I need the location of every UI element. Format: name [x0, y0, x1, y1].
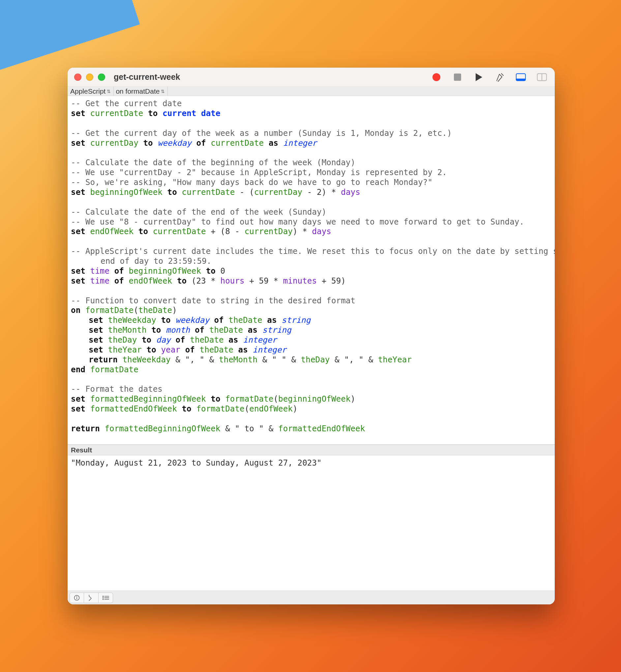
- toolbar: [431, 72, 548, 82]
- dropdown-caret-icon: ⇅: [161, 89, 165, 94]
- dropdown-caret-icon: ⇅: [107, 89, 111, 94]
- svg-point-8: [102, 596, 103, 596]
- result-pane[interactable]: "Monday, August 21, 2023 to Sunday, Augu…: [68, 456, 555, 591]
- svg-marker-0: [475, 73, 482, 81]
- traffic-lights: [74, 74, 105, 81]
- result-header-label: Result: [71, 446, 92, 454]
- handler-label: on formatDate: [116, 87, 160, 95]
- desktop-bg-stripe: [0, 0, 140, 77]
- svg-rect-2: [516, 78, 526, 80]
- minimize-button[interactable]: [86, 74, 93, 81]
- close-button[interactable]: [74, 74, 81, 81]
- svg-point-7: [77, 596, 77, 596]
- description-tab-button[interactable]: [70, 593, 84, 603]
- code-editor[interactable]: -- Get the current date set currentDate …: [68, 96, 555, 445]
- window-title: get-current-week: [114, 72, 180, 82]
- stop-button[interactable]: [453, 72, 462, 82]
- log-tab-button[interactable]: [98, 593, 113, 603]
- code-comment: -- Get the current date: [71, 98, 181, 108]
- footer-bar: [68, 591, 555, 604]
- result-text: "Monday, August 21, 2023 to Sunday, Augu…: [71, 458, 322, 468]
- run-button[interactable]: [474, 72, 484, 82]
- titlebar[interactable]: get-current-week: [68, 68, 555, 87]
- record-button[interactable]: [431, 72, 441, 82]
- language-label: AppleScript: [70, 87, 106, 95]
- compile-button[interactable]: [495, 72, 505, 82]
- svg-point-12: [102, 599, 103, 599]
- navigation-bar: AppleScript ⇅ on formatDate ⇅: [68, 87, 555, 96]
- svg-point-10: [102, 597, 103, 598]
- script-editor-window: get-current-week AppleScript ⇅: [68, 68, 555, 604]
- result-tab-button[interactable]: [84, 593, 98, 603]
- show-result-pane-button[interactable]: [516, 72, 526, 82]
- show-sidebar-button[interactable]: [537, 72, 547, 82]
- result-header: Result: [68, 445, 555, 456]
- maximize-button[interactable]: [98, 74, 105, 81]
- handler-dropdown[interactable]: on formatDate ⇅: [114, 87, 168, 95]
- language-dropdown[interactable]: AppleScript ⇅: [68, 87, 114, 95]
